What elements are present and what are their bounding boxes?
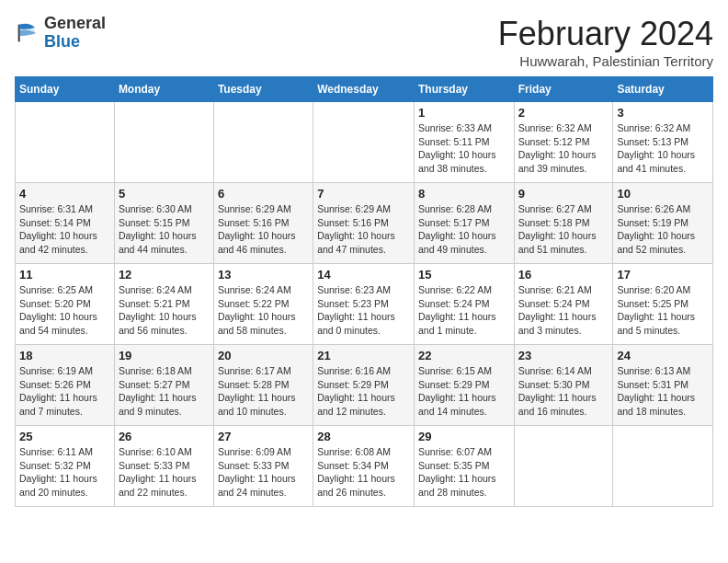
col-header-saturday: Saturday bbox=[613, 77, 713, 102]
day-number: 20 bbox=[218, 349, 309, 362]
week-row-5: 25Sunrise: 6:11 AMSunset: 5:32 PMDayligh… bbox=[16, 426, 713, 507]
day-number: 13 bbox=[218, 268, 309, 282]
day-info: Sunrise: 6:15 AMSunset: 5:29 PMDaylight:… bbox=[418, 364, 510, 419]
calendar-table: SundayMondayTuesdayWednesdayThursdayFrid… bbox=[15, 76, 713, 507]
day-info: Sunrise: 6:32 AMSunset: 5:13 PMDaylight:… bbox=[617, 121, 709, 176]
day-info: Sunrise: 6:29 AMSunset: 5:16 PMDaylight:… bbox=[218, 202, 309, 257]
col-header-thursday: Thursday bbox=[414, 77, 514, 102]
day-number: 27 bbox=[218, 430, 309, 443]
logo-general: General bbox=[44, 14, 106, 32]
day-number: 24 bbox=[617, 349, 709, 362]
title-block: February 2024 Huwwarah, Palestinian Terr… bbox=[498, 15, 713, 69]
col-header-monday: Monday bbox=[114, 77, 213, 102]
location-title: Huwwarah, Palestinian Territory bbox=[498, 53, 713, 69]
day-cell: 16Sunrise: 6:21 AMSunset: 5:24 PMDayligh… bbox=[514, 264, 613, 345]
day-cell: 21Sunrise: 6:16 AMSunset: 5:29 PMDayligh… bbox=[313, 345, 415, 426]
logo-text: General Blue bbox=[44, 15, 106, 52]
week-row-2: 4Sunrise: 6:31 AMSunset: 5:14 PMDaylight… bbox=[16, 183, 713, 264]
day-info: Sunrise: 6:18 AMSunset: 5:27 PMDaylight:… bbox=[119, 364, 210, 419]
day-cell: 4Sunrise: 6:31 AMSunset: 5:14 PMDaylight… bbox=[16, 183, 115, 264]
logo-blue: Blue bbox=[44, 32, 80, 51]
logo: General Blue bbox=[15, 15, 106, 52]
day-cell: 3Sunrise: 6:32 AMSunset: 5:13 PMDaylight… bbox=[613, 102, 713, 183]
day-number: 25 bbox=[19, 430, 110, 443]
month-title: February 2024 bbox=[498, 15, 713, 53]
day-cell: 15Sunrise: 6:22 AMSunset: 5:24 PMDayligh… bbox=[414, 264, 514, 345]
day-info: Sunrise: 6:32 AMSunset: 5:12 PMDaylight:… bbox=[518, 121, 609, 176]
day-info: Sunrise: 6:09 AMSunset: 5:33 PMDaylight:… bbox=[218, 445, 309, 500]
day-cell: 20Sunrise: 6:17 AMSunset: 5:28 PMDayligh… bbox=[213, 345, 313, 426]
day-number: 22 bbox=[418, 349, 510, 362]
day-info: Sunrise: 6:11 AMSunset: 5:32 PMDaylight:… bbox=[19, 445, 110, 500]
day-info: Sunrise: 6:28 AMSunset: 5:17 PMDaylight:… bbox=[418, 202, 510, 257]
day-cell: 26Sunrise: 6:10 AMSunset: 5:33 PMDayligh… bbox=[114, 426, 213, 507]
day-number: 19 bbox=[119, 349, 210, 362]
week-row-4: 18Sunrise: 6:19 AMSunset: 5:26 PMDayligh… bbox=[16, 345, 713, 426]
day-number: 2 bbox=[518, 106, 609, 120]
day-number: 1 bbox=[418, 106, 510, 120]
day-info: Sunrise: 6:13 AMSunset: 5:31 PMDaylight:… bbox=[617, 364, 709, 419]
day-number: 3 bbox=[617, 106, 709, 120]
day-number: 7 bbox=[317, 187, 410, 201]
col-header-sunday: Sunday bbox=[16, 77, 115, 102]
day-cell: 24Sunrise: 6:13 AMSunset: 5:31 PMDayligh… bbox=[613, 345, 713, 426]
day-cell: 28Sunrise: 6:08 AMSunset: 5:34 PMDayligh… bbox=[313, 426, 415, 507]
week-row-3: 11Sunrise: 6:25 AMSunset: 5:20 PMDayligh… bbox=[16, 264, 713, 345]
day-info: Sunrise: 6:17 AMSunset: 5:28 PMDaylight:… bbox=[218, 364, 309, 419]
day-cell bbox=[114, 102, 213, 183]
day-cell bbox=[16, 102, 115, 183]
day-info: Sunrise: 6:19 AMSunset: 5:26 PMDaylight:… bbox=[19, 364, 110, 419]
day-info: Sunrise: 6:10 AMSunset: 5:33 PMDaylight:… bbox=[119, 445, 210, 500]
day-number: 23 bbox=[518, 349, 609, 362]
day-number: 28 bbox=[317, 430, 410, 443]
day-cell: 11Sunrise: 6:25 AMSunset: 5:20 PMDayligh… bbox=[16, 264, 115, 345]
day-cell: 13Sunrise: 6:24 AMSunset: 5:22 PMDayligh… bbox=[213, 264, 313, 345]
day-number: 9 bbox=[518, 187, 609, 201]
day-cell bbox=[213, 102, 313, 183]
day-cell: 17Sunrise: 6:20 AMSunset: 5:25 PMDayligh… bbox=[613, 264, 713, 345]
day-cell: 23Sunrise: 6:14 AMSunset: 5:30 PMDayligh… bbox=[514, 345, 613, 426]
day-cell: 1Sunrise: 6:33 AMSunset: 5:11 PMDaylight… bbox=[414, 102, 514, 183]
logo-icon bbox=[15, 20, 40, 46]
col-header-tuesday: Tuesday bbox=[213, 77, 313, 102]
day-cell: 6Sunrise: 6:29 AMSunset: 5:16 PMDaylight… bbox=[213, 183, 313, 264]
days-header-row: SundayMondayTuesdayWednesdayThursdayFrid… bbox=[16, 77, 713, 102]
day-cell: 7Sunrise: 6:29 AMSunset: 5:16 PMDaylight… bbox=[313, 183, 415, 264]
day-info: Sunrise: 6:31 AMSunset: 5:14 PMDaylight:… bbox=[19, 202, 110, 257]
day-number: 11 bbox=[19, 268, 110, 282]
day-number: 6 bbox=[218, 187, 309, 201]
day-number: 14 bbox=[317, 268, 410, 282]
day-cell: 22Sunrise: 6:15 AMSunset: 5:29 PMDayligh… bbox=[414, 345, 514, 426]
day-info: Sunrise: 6:07 AMSunset: 5:35 PMDaylight:… bbox=[418, 445, 510, 500]
day-cell: 29Sunrise: 6:07 AMSunset: 5:35 PMDayligh… bbox=[414, 426, 514, 507]
day-info: Sunrise: 6:30 AMSunset: 5:15 PMDaylight:… bbox=[119, 202, 210, 257]
day-info: Sunrise: 6:24 AMSunset: 5:21 PMDaylight:… bbox=[119, 283, 210, 338]
day-number: 15 bbox=[418, 268, 510, 282]
day-cell: 8Sunrise: 6:28 AMSunset: 5:17 PMDaylight… bbox=[414, 183, 514, 264]
week-row-1: 1Sunrise: 6:33 AMSunset: 5:11 PMDaylight… bbox=[16, 102, 713, 183]
day-cell: 9Sunrise: 6:27 AMSunset: 5:18 PMDaylight… bbox=[514, 183, 613, 264]
day-number: 17 bbox=[617, 268, 709, 282]
day-number: 21 bbox=[317, 349, 410, 362]
day-info: Sunrise: 6:25 AMSunset: 5:20 PMDaylight:… bbox=[19, 283, 110, 338]
day-cell: 5Sunrise: 6:30 AMSunset: 5:15 PMDaylight… bbox=[114, 183, 213, 264]
day-cell: 14Sunrise: 6:23 AMSunset: 5:23 PMDayligh… bbox=[313, 264, 415, 345]
day-number: 10 bbox=[617, 187, 709, 201]
day-number: 5 bbox=[119, 187, 210, 201]
day-cell: 2Sunrise: 6:32 AMSunset: 5:12 PMDaylight… bbox=[514, 102, 613, 183]
col-header-wednesday: Wednesday bbox=[313, 77, 415, 102]
day-number: 16 bbox=[518, 268, 609, 282]
page-header: General Blue February 2024 Huwwarah, Pal… bbox=[15, 15, 713, 69]
day-cell: 25Sunrise: 6:11 AMSunset: 5:32 PMDayligh… bbox=[16, 426, 115, 507]
day-cell bbox=[313, 102, 415, 183]
day-number: 18 bbox=[19, 349, 110, 362]
day-info: Sunrise: 6:27 AMSunset: 5:18 PMDaylight:… bbox=[518, 202, 609, 257]
day-info: Sunrise: 6:21 AMSunset: 5:24 PMDaylight:… bbox=[518, 283, 609, 338]
day-info: Sunrise: 6:26 AMSunset: 5:19 PMDaylight:… bbox=[617, 202, 709, 257]
day-number: 26 bbox=[119, 430, 210, 443]
day-info: Sunrise: 6:08 AMSunset: 5:34 PMDaylight:… bbox=[317, 445, 410, 500]
col-header-friday: Friday bbox=[514, 77, 613, 102]
day-cell: 10Sunrise: 6:26 AMSunset: 5:19 PMDayligh… bbox=[613, 183, 713, 264]
day-info: Sunrise: 6:20 AMSunset: 5:25 PMDaylight:… bbox=[617, 283, 709, 338]
day-cell bbox=[613, 426, 713, 507]
